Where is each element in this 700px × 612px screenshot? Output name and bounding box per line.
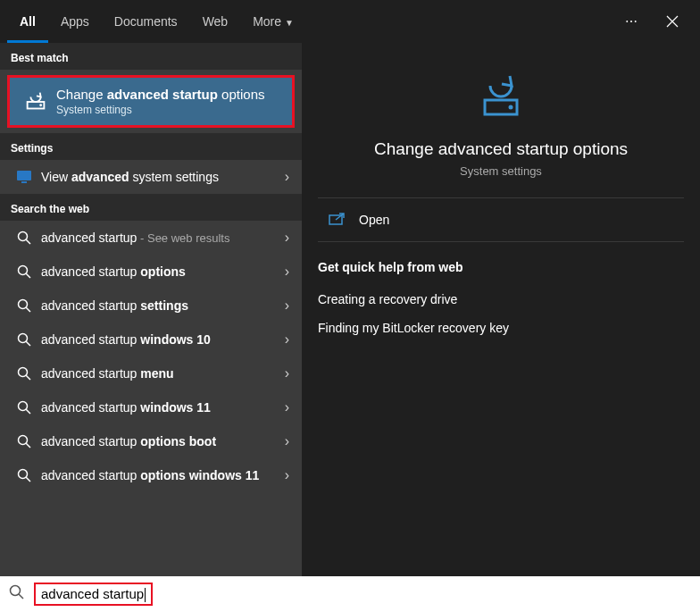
help-link-bitlocker[interactable]: Finding my BitLocker recovery key [302,314,700,342]
best-match-title: Change advanced startup options [56,87,281,102]
svg-line-24 [19,594,23,599]
web-item-label: advanced startup menu [36,366,285,381]
search-icon [12,231,36,245]
search-icon [12,366,36,381]
open-icon [329,213,345,227]
search-icon [12,264,36,279]
chevron-right-icon: › [285,230,289,246]
tab-all[interactable]: All [7,0,48,43]
header: All Apps Documents Web More▼ ⋯ [0,0,700,43]
svg-point-21 [509,105,513,110]
svg-line-7 [26,273,30,278]
tab-web[interactable]: Web [190,0,241,43]
chevron-right-icon: › [285,399,289,415]
web-item-label: advanced startup options windows 11 [36,468,285,482]
open-action[interactable]: Open [302,198,700,241]
svg-line-17 [26,443,30,448]
results-panel: Best match Change advanced startup optio… [0,43,302,576]
svg-rect-2 [17,171,31,180]
recovery-icon [21,88,51,115]
search-icon [9,584,25,604]
best-match-result[interactable]: Change advanced startup options System s… [7,75,295,128]
monitor-icon [12,170,36,184]
best-match-subtitle: System settings [56,104,281,116]
web-item-label: advanced startup windows 10 [36,332,285,347]
help-link-recovery-drive[interactable]: Creating a recovery drive [302,285,700,314]
text-cursor [145,588,146,602]
search-icon [12,298,36,313]
search-icon [12,434,36,449]
tab-more[interactable]: More▼ [240,0,306,43]
section-settings: Settings [0,133,302,160]
settings-item[interactable]: View advanced system settings › [0,160,302,194]
chevron-right-icon: › [285,467,289,483]
section-search-web: Search the web [0,194,302,221]
chevron-right-icon: › [285,264,289,280]
svg-line-9 [26,307,30,312]
svg-line-13 [26,375,30,380]
svg-line-19 [26,477,30,482]
chevron-right-icon: › [285,298,289,314]
svg-point-1 [39,104,42,106]
web-search-item[interactable]: advanced startup options windows 11 › [0,458,302,492]
search-icon [12,332,36,347]
chevron-right-icon: › [285,433,289,449]
web-search-item[interactable]: advanced startup windows 11 › [0,390,302,424]
web-item-label: advanced startup options boot [36,434,285,449]
tab-documents[interactable]: Documents [102,0,190,43]
web-search-item[interactable]: advanced startup menu › [0,356,302,390]
preview-subtitle: System settings [460,164,542,178]
chevron-down-icon: ▼ [285,18,294,28]
svg-rect-3 [21,181,27,183]
search-query-text: advanced startup [41,586,144,601]
filter-tabs: All Apps Documents Web More▼ [7,0,306,43]
svg-line-15 [26,409,30,414]
search-input[interactable]: advanced startup [34,583,153,606]
web-item-label: advanced startup settings [36,298,285,313]
web-search-item[interactable]: advanced startup - See web results › [0,221,302,255]
web-search-item[interactable]: advanced startup settings › [0,289,302,323]
preview-panel: Change advanced startup options System s… [302,43,700,576]
web-item-label: advanced startup windows 11 [36,400,285,415]
svg-line-5 [26,239,30,244]
open-label: Open [359,213,389,227]
help-header: Get quick help from web [302,242,700,285]
chevron-right-icon: › [285,331,289,348]
close-icon [666,15,679,28]
svg-line-11 [26,341,30,346]
section-best-match: Best match [0,43,302,70]
web-search-item[interactable]: advanced startup options boot › [0,424,302,458]
web-search-item[interactable]: advanced startup options › [0,255,302,289]
web-search-item[interactable]: advanced startup windows 10 › [0,323,302,356]
search-icon [12,468,36,482]
svg-point-23 [11,586,21,596]
recovery-icon-large [472,70,529,127]
web-item-label: advanced startup - See web results [36,231,285,245]
search-bar[interactable]: advanced startup [0,576,700,612]
chevron-right-icon: › [285,169,289,185]
search-icon [12,400,36,415]
preview-title: Change advanced startup options [374,139,628,159]
settings-item-label: View advanced system settings [36,170,285,184]
more-options-button[interactable]: ⋯ [611,0,652,43]
tab-apps[interactable]: Apps [48,0,102,43]
web-item-label: advanced startup options [36,264,285,279]
chevron-right-icon: › [285,365,289,381]
close-button[interactable] [652,0,693,43]
